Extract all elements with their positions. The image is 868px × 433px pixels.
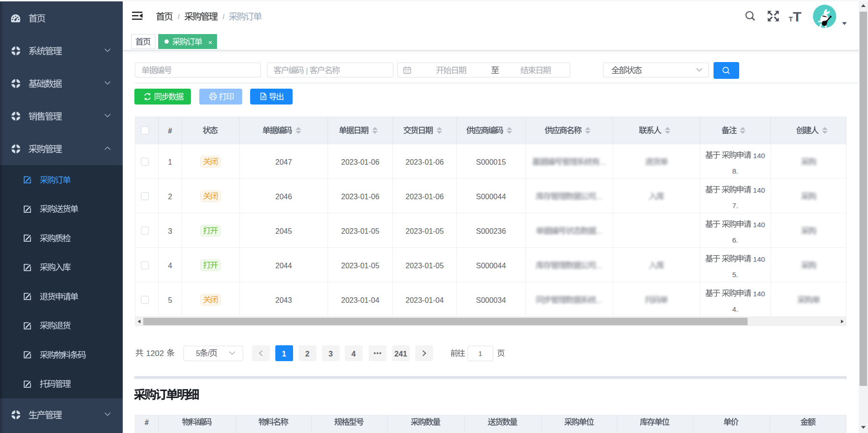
svg-text:2023-01-06: 2023-01-06: [406, 193, 444, 201]
svg-text:T: T: [789, 15, 793, 23]
svg-text:4: 4: [351, 349, 356, 357]
svg-text:3: 3: [329, 349, 333, 357]
svg-text:S000044: S000044: [476, 262, 506, 270]
svg-text:4: 4: [168, 262, 172, 270]
svg-text:2023-01-06: 2023-01-06: [406, 158, 444, 166]
svg-text:2045: 2045: [275, 227, 292, 235]
svg-text:...: ...: [596, 193, 602, 201]
svg-text:2023-01-05: 2023-01-05: [341, 262, 379, 270]
svg-text:2023-01-04: 2023-01-04: [341, 296, 379, 304]
svg-text:1202: 1202: [146, 349, 164, 358]
svg-text:2046: 2046: [275, 193, 292, 201]
svg-text:140: 140: [751, 220, 765, 228]
svg-text:2047: 2047: [275, 158, 292, 166]
svg-text:241: 241: [394, 349, 407, 357]
svg-text:140: 140: [751, 186, 765, 194]
svg-text:1: 1: [168, 158, 172, 166]
svg-text:T: T: [793, 9, 801, 24]
svg-text:...: ...: [596, 296, 602, 304]
svg-text:6.: 6.: [732, 236, 738, 244]
svg-text:8.: 8.: [732, 167, 738, 175]
svg-text:2023-01-05: 2023-01-05: [406, 262, 444, 270]
svg-text:1: 1: [282, 349, 286, 357]
svg-text:5: 5: [168, 296, 172, 304]
svg-text:2044: 2044: [275, 262, 292, 270]
svg-text:140: 140: [751, 151, 765, 159]
svg-text:140: 140: [751, 289, 765, 297]
svg-text:S000044: S000044: [476, 193, 506, 201]
svg-text:2023-01-04: 2023-01-04: [406, 296, 444, 304]
svg-text:...: ...: [600, 158, 606, 166]
svg-text:/: /: [178, 13, 180, 21]
svg-text:3: 3: [168, 227, 172, 235]
svg-text:2043: 2043: [275, 296, 292, 304]
svg-text:2: 2: [305, 349, 309, 357]
svg-text:...: ...: [596, 262, 602, 270]
svg-text:S000236: S000236: [476, 227, 506, 235]
svg-text:5.: 5.: [732, 271, 738, 279]
svg-text:#: #: [168, 126, 172, 134]
svg-text:/: /: [223, 13, 225, 21]
svg-text:×: ×: [208, 38, 212, 46]
svg-text:2023-01-06: 2023-01-06: [341, 158, 379, 166]
svg-text:2023-01-05: 2023-01-05: [406, 227, 444, 235]
svg-text:1: 1: [478, 349, 482, 357]
svg-text:2023-01-05: 2023-01-05: [341, 227, 379, 235]
svg-text:|: |: [304, 67, 310, 75]
svg-text:S000015: S000015: [476, 158, 506, 166]
svg-text:2023-01-06: 2023-01-06: [341, 193, 379, 201]
svg-text:...: ...: [596, 227, 602, 235]
svg-text:#: #: [145, 418, 149, 426]
svg-text:S000034: S000034: [476, 296, 506, 304]
svg-text:4.: 4.: [732, 305, 738, 313]
svg-text:/: /: [208, 349, 210, 357]
svg-text:7.: 7.: [732, 202, 738, 210]
svg-text:140: 140: [751, 255, 765, 263]
svg-text:5: 5: [196, 349, 200, 357]
svg-text:2: 2: [168, 193, 172, 201]
